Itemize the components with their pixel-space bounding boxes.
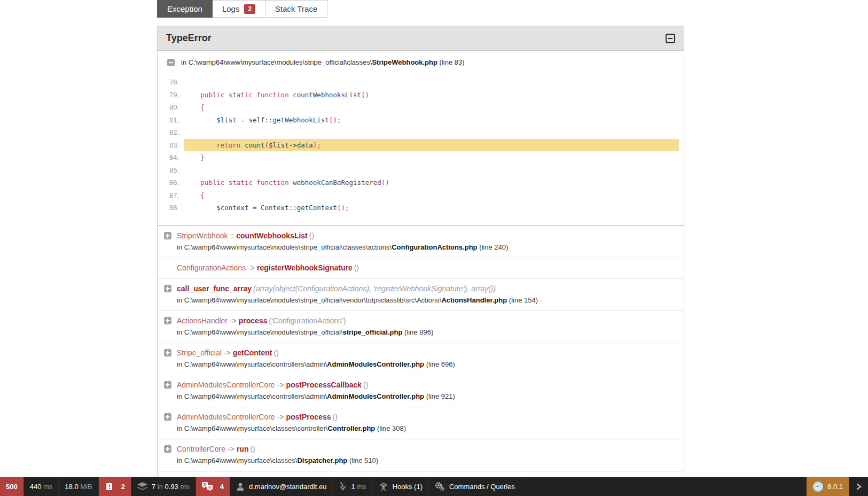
log-errors[interactable]: 2 (98, 477, 131, 496)
frame-file-path: in C:\wamp64\www\mysurface\modules\strip… (177, 296, 678, 305)
expand-frame-icon[interactable] (164, 445, 171, 453)
line-number: 83. (158, 141, 184, 149)
stack-trace-list: StripeWebhook::countWebhooksList()in C:\… (157, 226, 684, 496)
line-number: 88. (158, 204, 184, 212)
code-line: 81. $list = self::getWebhookList(); (158, 114, 684, 127)
expand-frame-icon[interactable] (164, 232, 171, 239)
svg-text:文: 文 (202, 482, 207, 486)
expand-frame-icon[interactable] (164, 381, 171, 389)
frame-signature[interactable]: AdminModulesControllerCore->postProcessC… (177, 380, 678, 390)
code-text: { (184, 189, 679, 202)
code-line: 80. { (158, 101, 684, 114)
code-line: 85. (158, 164, 684, 177)
segment-text: 440 ms (30, 483, 53, 491)
frame-signature[interactable]: ActionsHandler->process('ConfigurationAc… (177, 316, 678, 326)
frame-file-path: in C:\wamp64\www\mysurface\classes\contr… (177, 424, 678, 433)
line-number: 78. (158, 78, 184, 86)
stack-frame: AdminModulesControllerCore->postProcess(… (158, 407, 684, 439)
frame-signature[interactable]: Stripe_official->getContent() (177, 348, 678, 358)
code-text: public static function countWebhooksList… (184, 89, 679, 102)
stack-frame: ConfigurationActions->registerWebhookSig… (158, 258, 684, 278)
code-text: } (184, 151, 679, 164)
gears-icon (435, 482, 445, 491)
code-text (184, 164, 679, 177)
exception-header: TypeError (158, 26, 684, 51)
code-text: public static function webhookCanBeRegis… (184, 176, 679, 189)
code-line: 78. (158, 76, 684, 89)
code-line: 82. (158, 126, 684, 139)
line-number: 87. (158, 191, 184, 199)
frame-file-path: in C:\wamp64\www\mysurface\modules\strip… (177, 328, 678, 337)
hooks-icon (379, 482, 388, 491)
line-number: 80. (158, 103, 184, 111)
tab-stack-trace[interactable]: Stack Trace (265, 0, 327, 18)
code-text: return count($list->data); (184, 139, 679, 152)
hooks[interactable]: Hooks (1) (372, 477, 428, 496)
frame-signature[interactable]: StripeWebhook::countWebhooksList() (177, 231, 678, 241)
frame-signature[interactable]: ConfigurationActions->registerWebhookSig… (177, 263, 678, 273)
toolbar-toggle[interactable] (849, 477, 868, 496)
php-version[interactable]: 8.0.1 (806, 477, 849, 496)
log-icon (105, 482, 114, 491)
db-queries[interactable]: 7 in 0.93 ms (131, 477, 196, 496)
frame-file-path: in C:\wamp64\www\mysurface\classes\Dispa… (177, 456, 678, 466)
expand-frame-icon[interactable] (164, 413, 171, 421)
segment-text: 7 in 0.93 ms (152, 483, 190, 491)
collapse-exception-icon[interactable] (666, 34, 675, 43)
load-time[interactable]: 440 ms (24, 477, 59, 496)
user-profile[interactable]: d.marinov@standardit.eu (230, 477, 332, 496)
stack-frame: ActionsHandler->process('ConfigurationAc… (158, 311, 684, 343)
status-code[interactable]: 500 (0, 477, 24, 496)
arrow-down-icon (339, 482, 347, 491)
layers-icon (137, 482, 147, 491)
request-time[interactable]: 1 ms (332, 477, 372, 496)
svg-text:a: a (208, 485, 211, 490)
segment-text: 1 ms (351, 483, 366, 491)
tab-exception[interactable]: Exception (157, 0, 213, 18)
code-text: $list = self::getWebhookList(); (184, 114, 679, 127)
chevron-icon (855, 483, 862, 491)
tab-badge: 2 (244, 4, 255, 14)
code-text (184, 126, 679, 139)
segment-count: 2 (121, 483, 125, 491)
translate-icon: 文a (202, 482, 213, 491)
translations[interactable]: 文a4 (196, 477, 230, 496)
memory-usage[interactable]: 18.0 MiB (58, 477, 98, 496)
stack-frame: ControllerCore->run()in C:\wamp64\www\my… (158, 439, 684, 471)
code-line: 87. { (158, 189, 684, 202)
source-file-path: in C:\wamp64\www\mysurface\modules\strip… (181, 58, 465, 66)
segment-text: 18.0 MiB (65, 483, 92, 491)
tab-label: Stack Trace (275, 4, 317, 13)
segment-text: Hooks (1) (393, 483, 423, 491)
code-line: 79. public static function countWebhooks… (158, 89, 684, 102)
source-file-row: in C:\wamp64\www\mysurface\modules\strip… (158, 51, 684, 68)
expand-frame-icon[interactable] (164, 317, 171, 324)
tab-bar: ExceptionLogs2Stack Trace (157, 0, 684, 18)
tab-label: Logs (222, 4, 240, 13)
frame-signature[interactable]: call_user_func_array(array(object(Config… (177, 284, 678, 294)
code-text: { (184, 101, 679, 114)
expand-frame-icon[interactable] (164, 349, 171, 356)
code-text: $context = Context::getContext(); (184, 201, 679, 214)
stack-frame: call_user_func_array(array(object(Config… (158, 278, 684, 311)
segment-text: Commands / Queries (449, 483, 515, 491)
status-code-text: 500 (6, 483, 18, 491)
tab-logs[interactable]: Logs2 (213, 0, 265, 18)
toolbar-spacer (521, 477, 806, 496)
line-number: 85. (158, 166, 184, 174)
stack-frame: Stripe_official->getContent()in C:\wamp6… (158, 343, 684, 375)
commands-queries[interactable]: Commands / Queries (428, 477, 521, 496)
frame-file-path: in C:\wamp64\www\mysurface\controllers\a… (177, 360, 678, 369)
line-number: 86. (158, 179, 184, 187)
code-text (184, 76, 679, 89)
stack-frame: StripeWebhook::countWebhooksList()in C:\… (158, 226, 684, 258)
frame-signature[interactable]: AdminModulesControllerCore->postProcess(… (177, 412, 678, 422)
exception-panel: TypeError in C:\wamp64\www\mysurface\mod… (157, 26, 684, 226)
line-number: 79. (158, 91, 184, 99)
frame-signature[interactable]: ControllerCore->run() (177, 444, 678, 454)
segment-count: 4 (220, 483, 224, 491)
stack-frame: AdminModulesControllerCore->postProcessC… (158, 375, 684, 407)
code-line-highlighted: 83. return count($list->data); (158, 139, 684, 152)
collapse-code-icon[interactable] (167, 59, 175, 66)
expand-frame-icon[interactable] (164, 285, 171, 292)
